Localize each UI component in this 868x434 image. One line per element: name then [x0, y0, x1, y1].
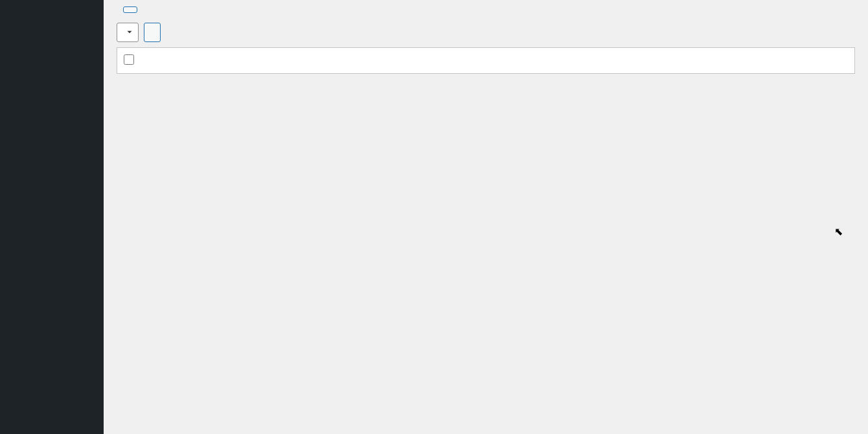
col-created	[751, 48, 855, 74]
exports-table	[117, 47, 855, 74]
bulk-select[interactable]	[117, 23, 139, 42]
col-status	[446, 48, 547, 74]
main-content	[104, 0, 868, 434]
col-actions	[344, 48, 446, 74]
admin-sidebar	[0, 0, 104, 434]
create-new-button[interactable]	[123, 6, 137, 13]
col-cron	[242, 48, 344, 74]
apply-button[interactable]	[144, 23, 161, 42]
col-stats	[547, 48, 649, 74]
col-name	[141, 48, 242, 74]
select-all-checkbox[interactable]	[124, 54, 134, 65]
col-email	[649, 48, 751, 74]
